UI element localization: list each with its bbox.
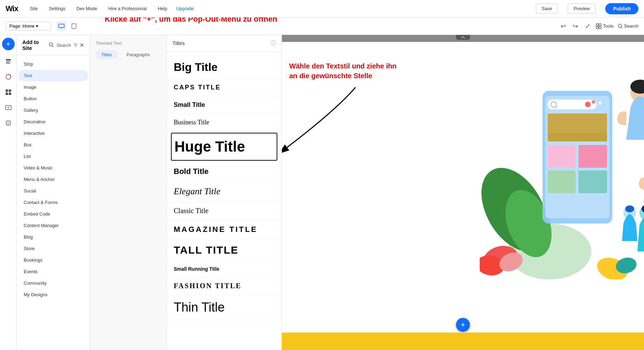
canvas-area: Vector Art (282, 35, 644, 350)
add-panel-item-decorative[interactable]: Decorative (18, 116, 88, 127)
sidebar-pages-icon[interactable] (1, 54, 15, 68)
add-panel-search-icon[interactable] (49, 42, 54, 48)
svg-rect-16 (6, 89, 8, 92)
sidebar-blog-icon[interactable] (1, 116, 15, 130)
undo-button[interactable]: ↩ (559, 21, 567, 31)
add-panel-item-my-designs[interactable]: My Designs (18, 289, 88, 300)
redo-button[interactable]: ↪ (571, 21, 579, 31)
add-panel-item-text[interactable]: Text (18, 70, 88, 81)
add-panel-item-interactive[interactable]: Interactive (18, 127, 88, 139)
publish-button[interactable]: Publish (605, 3, 638, 14)
add-panel-list: Strip Text Image Button Gallery Decorati… (17, 56, 90, 350)
svg-rect-39 (548, 170, 576, 193)
canvas-top-handle[interactable] (456, 35, 470, 40)
desktop-icon[interactable] (57, 21, 66, 31)
title-big-label: Big Title (174, 61, 218, 73)
nav-settings[interactable]: Settings (47, 5, 67, 13)
add-panel-item-button[interactable]: Button (18, 93, 88, 104)
titles-panel-header: Titles ⓘ (167, 35, 282, 52)
zoom-fit-button[interactable]: ⤢ (584, 21, 592, 31)
svg-point-24 (50, 43, 53, 46)
title-magazine-label: MAGAZINE TITLE (174, 225, 258, 234)
title-classic-label: Classic Title (174, 207, 208, 214)
title-item-bold[interactable]: Bold Title (167, 162, 282, 181)
add-panel-item-embed-code[interactable]: Embed Code (18, 208, 88, 220)
tablet-icon[interactable] (69, 21, 79, 31)
add-panel-item-list[interactable]: List (18, 151, 88, 162)
title-huge-label: Huge Title (174, 138, 245, 155)
top-nav: Wix Site Settings Dev Mode Hire a Profes… (0, 0, 644, 17)
add-panel-item-menu-anchor[interactable]: Menu & Anchor (18, 174, 88, 185)
add-panel-item-blog[interactable]: Blog (18, 231, 88, 243)
device-icons (57, 21, 79, 31)
svg-rect-5 (596, 24, 598, 26)
svg-point-54 (625, 205, 634, 212)
svg-rect-17 (9, 89, 11, 92)
svg-point-4 (74, 28, 74, 28)
svg-point-55 (598, 101, 602, 105)
wix-logo: Wix (6, 4, 18, 13)
nav-hire[interactable]: Hire a Professional (106, 5, 149, 13)
add-panel-item-box[interactable]: Box (18, 139, 88, 151)
svg-rect-11 (6, 59, 11, 60)
add-panel-item-gallery[interactable]: Gallery (18, 104, 88, 116)
title-item-classic[interactable]: Classic Title (167, 202, 282, 220)
sidebar-apps-icon[interactable] (1, 85, 15, 99)
add-panel-close-button[interactable]: ✕ (80, 42, 84, 49)
tab-titles[interactable]: Titles (96, 50, 118, 59)
titles-info-icon[interactable]: ⓘ (271, 40, 276, 46)
title-item-small-running[interactable]: Small Running Title (167, 261, 282, 277)
svg-rect-18 (6, 93, 8, 95)
sidebar-design-icon[interactable] (1, 70, 15, 84)
add-panel-item-content-manager[interactable]: Content Manager (18, 220, 88, 231)
tools-button[interactable]: Tools (596, 23, 613, 29)
add-panel-item-contact-forms[interactable]: Contact & Forms (18, 197, 88, 208)
svg-rect-13 (6, 62, 9, 63)
add-panel-item-community[interactable]: Community (18, 277, 88, 289)
svg-marker-21 (8, 107, 10, 108)
nav-help[interactable]: Help (156, 5, 169, 13)
add-panel-item-social[interactable]: Social (18, 185, 88, 197)
title-item-thin[interactable]: Thin Title (167, 295, 282, 320)
bottom-plus-button[interactable]: + (456, 318, 470, 332)
page-selector[interactable]: Page: Home ▾ (6, 22, 51, 30)
nav-devmode[interactable]: Dev Mode (74, 5, 99, 13)
svg-rect-38 (578, 145, 607, 168)
title-item-caps[interactable]: CAPS TITLE (167, 79, 282, 96)
preview-button[interactable]: Preview (568, 3, 596, 14)
svg-rect-19 (9, 93, 11, 95)
add-element-button[interactable]: + (2, 38, 15, 50)
title-item-fashion[interactable]: FASHION TITLE (167, 277, 282, 295)
add-panel-item-strip[interactable]: Strip (18, 58, 88, 70)
title-item-elegant[interactable]: Elegant Title (167, 181, 282, 202)
add-panel-item-bookings[interactable]: Bookings (18, 254, 88, 266)
title-item-business[interactable]: Business Title (167, 114, 282, 131)
title-item-tall[interactable]: TALL TITLE (167, 239, 282, 261)
themed-panel-header: Themed Text Titles Paragraphs (90, 35, 166, 65)
add-panel-item-image[interactable]: Image (18, 81, 88, 93)
add-panel-help-icon[interactable]: ? (74, 42, 77, 48)
title-item-big[interactable]: Big Title (167, 56, 282, 79)
add-panel: Add to Site Search ? ✕ Strip Text Image … (17, 35, 90, 350)
nav-site[interactable]: Site (28, 5, 40, 13)
themed-tabs: Titles Paragraphs (96, 50, 161, 62)
title-item-small[interactable]: Small Title (167, 96, 282, 114)
sidebar-media-icon[interactable] (1, 101, 15, 115)
svg-rect-0 (59, 24, 64, 28)
tab-paragraphs[interactable]: Paragraphs (121, 50, 155, 59)
title-item-huge[interactable]: Huge Title (171, 133, 277, 161)
themed-text-panel: Themed Text Titles Paragraphs (90, 35, 167, 350)
add-panel-item-video-music[interactable]: Video & Music (18, 162, 88, 174)
search-button[interactable]: Search (618, 23, 638, 29)
titles-panel-title: Titles (172, 40, 185, 46)
annotation-drag-text: Wähle den Textstil und ziehe ihn an die … (289, 61, 396, 81)
bottom-yellow-bar (282, 333, 644, 350)
title-item-magazine[interactable]: MAGAZINE TITLE (167, 220, 282, 239)
add-panel-actions: Search ? ✕ (49, 42, 84, 49)
svg-line-10 (621, 27, 622, 28)
add-panel-item-store[interactable]: Store (18, 243, 88, 254)
nav-upgrade[interactable]: Upgrade (176, 6, 194, 11)
svg-rect-12 (6, 61, 11, 62)
save-button[interactable]: Save (536, 3, 558, 14)
add-panel-item-events[interactable]: Events (18, 266, 88, 277)
